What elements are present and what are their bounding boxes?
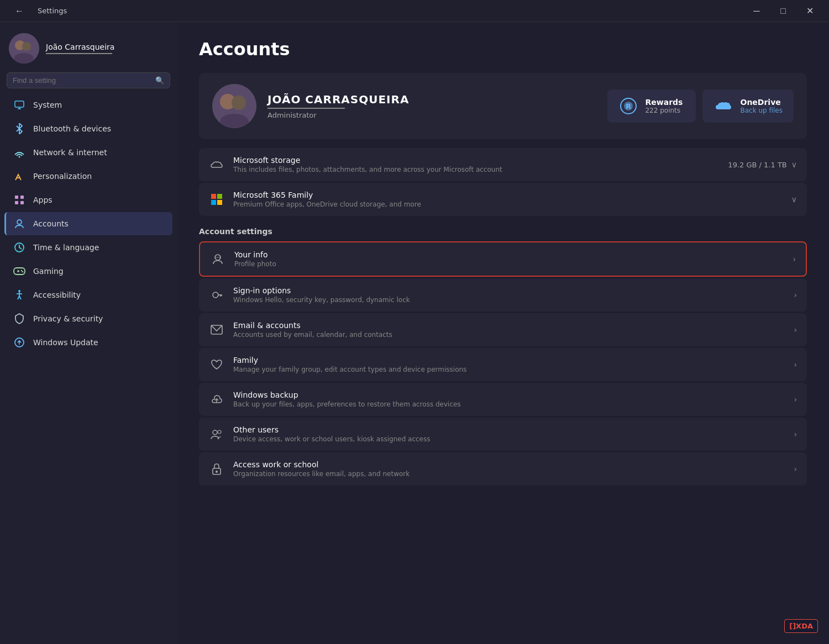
nav-items-container: System Bluetooth & devices Network & int… bbox=[0, 93, 177, 355]
chevron-family: › bbox=[794, 360, 797, 369]
setting-item-workschool[interactable]: Access work or school Organization resou… bbox=[199, 452, 807, 485]
close-button[interactable]: ✕ bbox=[797, 2, 822, 20]
sidebar-item-apps[interactable]: Apps bbox=[4, 188, 172, 212]
chevron-otherusers: › bbox=[794, 430, 797, 439]
svg-rect-34 bbox=[217, 194, 222, 199]
settings-items-container: Your info Profile photo › Sign-in option… bbox=[199, 241, 807, 485]
svg-rect-36 bbox=[217, 200, 222, 205]
svg-point-19 bbox=[18, 290, 20, 292]
setting-item-signin[interactable]: Sign-in options Windows Hello, security … bbox=[199, 278, 807, 312]
chevron-signin: › bbox=[794, 291, 797, 299]
ms365-desc: Premium Office apps, OneDrive cloud stor… bbox=[233, 200, 783, 208]
chevron-your-info: › bbox=[793, 255, 796, 263]
storage-desc: This includes files, photos, attachments… bbox=[233, 166, 719, 173]
profile-name: João Carrasqueira bbox=[46, 43, 114, 51]
setting-text-backup: Windows backup Back up your files, apps,… bbox=[233, 390, 785, 408]
setting-item-email[interactable]: Email & accounts Accounts used by email,… bbox=[199, 313, 807, 346]
setting-text-email: Email & accounts Accounts used by email,… bbox=[233, 321, 785, 339]
setting-title-your-info: Your info bbox=[234, 250, 784, 259]
rewards-subtitle: 222 points bbox=[645, 107, 683, 114]
sidebar-item-label: Personalization bbox=[33, 172, 92, 181]
setting-item-family[interactable]: Family Manage your family group, edit ac… bbox=[199, 348, 807, 381]
sidebar-profile-info: João Carrasqueira bbox=[46, 43, 114, 54]
svg-text:R: R bbox=[626, 102, 631, 110]
svg-point-28 bbox=[232, 96, 246, 110]
page-title: Accounts bbox=[199, 39, 807, 60]
key-icon bbox=[209, 287, 224, 303]
onedrive-badge[interactable]: OneDrive Back up files bbox=[702, 89, 794, 123]
onedrive-title: OneDrive bbox=[740, 98, 783, 107]
setting-desc-signin: Windows Hello, security key, password, d… bbox=[233, 296, 785, 304]
setting-item-otherusers[interactable]: Other users Device access, work or schoo… bbox=[199, 418, 807, 451]
sidebar: João Carrasqueira 🔍 System Bluetooth & d… bbox=[0, 22, 177, 644]
ms365-text: Microsoft 365 Family Premium Office apps… bbox=[233, 191, 783, 208]
titlebar-title: Settings bbox=[38, 7, 67, 15]
sidebar-item-system[interactable]: System bbox=[4, 93, 172, 117]
setting-title-otherusers: Other users bbox=[233, 425, 785, 434]
update-icon bbox=[13, 336, 25, 349]
sidebar-item-gaming[interactable]: Gaming bbox=[4, 260, 172, 283]
svg-rect-33 bbox=[211, 194, 216, 199]
sidebar-item-time[interactable]: Time & language bbox=[4, 236, 172, 259]
user-card-underline bbox=[267, 108, 345, 109]
sidebar-item-label: Time & language bbox=[33, 243, 99, 252]
sidebar-item-privacy[interactable]: Privacy & security bbox=[4, 307, 172, 330]
sidebar-item-update[interactable]: Windows Update bbox=[4, 331, 172, 354]
sidebar-item-accessibility[interactable]: Accessibility bbox=[4, 283, 172, 307]
svg-point-45 bbox=[213, 430, 217, 435]
svg-point-17 bbox=[21, 270, 22, 271]
sidebar-item-label: Accessibility bbox=[33, 291, 81, 299]
titlebar: ← Settings ─ □ ✕ bbox=[0, 0, 829, 22]
sidebar-item-label: System bbox=[33, 101, 62, 109]
sidebar-item-network[interactable]: Network & internet bbox=[4, 141, 172, 164]
rewards-icon: R bbox=[618, 96, 638, 116]
time-icon bbox=[13, 241, 25, 254]
search-input[interactable] bbox=[13, 76, 151, 85]
maximize-button[interactable]: □ bbox=[770, 2, 796, 20]
rewards-badge[interactable]: R Rewards 222 points bbox=[607, 89, 696, 123]
gaming-icon bbox=[13, 265, 25, 277]
svg-point-48 bbox=[216, 471, 218, 473]
chevron-email: › bbox=[794, 325, 797, 334]
setting-title-workschool: Access work or school bbox=[233, 460, 785, 469]
onedrive-icon bbox=[713, 96, 733, 116]
network-icon bbox=[13, 146, 25, 159]
setting-desc-backup: Back up your files, apps, preferences to… bbox=[233, 400, 785, 408]
minimize-button[interactable]: ─ bbox=[744, 2, 769, 20]
chevron-backup: › bbox=[794, 395, 797, 404]
accessibility-icon bbox=[13, 289, 25, 301]
person-icon bbox=[210, 251, 225, 267]
svg-point-46 bbox=[218, 430, 221, 434]
sidebar-item-bluetooth[interactable]: Bluetooth & devices bbox=[4, 117, 172, 140]
chevron-workschool: › bbox=[794, 464, 797, 473]
svg-rect-11 bbox=[20, 201, 24, 204]
setting-item-backup[interactable]: Windows backup Back up your files, apps,… bbox=[199, 383, 807, 416]
people-icon bbox=[209, 426, 224, 442]
setting-text-workschool: Access work or school Organization resou… bbox=[233, 460, 785, 478]
user-card-badges: R Rewards 222 points OneDr bbox=[607, 89, 794, 123]
setting-desc-otherusers: Device access, work or school users, kio… bbox=[233, 435, 785, 443]
setting-title-email: Email & accounts bbox=[233, 321, 785, 330]
svg-rect-4 bbox=[15, 101, 24, 107]
search-box[interactable]: 🔍 bbox=[7, 72, 170, 88]
svg-rect-35 bbox=[211, 200, 216, 205]
sidebar-item-personalization[interactable]: Personalization bbox=[4, 165, 172, 188]
user-card-role: Administrator bbox=[267, 111, 596, 119]
setting-item-your-info[interactable]: Your info Profile photo › bbox=[199, 241, 807, 277]
setting-text-your-info: Your info Profile photo bbox=[234, 250, 784, 268]
setting-title-family: Family bbox=[233, 356, 785, 365]
storage-value-container: 19.2 GB / 1.1 TB ∨ bbox=[728, 160, 797, 169]
svg-rect-8 bbox=[15, 196, 18, 199]
svg-rect-10 bbox=[15, 201, 18, 204]
setting-text-family: Family Manage your family group, edit ac… bbox=[233, 356, 785, 373]
onedrive-subtitle: Back up files bbox=[740, 107, 783, 114]
user-card-avatar bbox=[212, 84, 256, 128]
back-button[interactable]: ← bbox=[7, 2, 32, 20]
sidebar-item-accounts[interactable]: Accounts bbox=[4, 212, 172, 235]
ms365-chevron: ∨ bbox=[791, 195, 797, 204]
storage-row[interactable]: Microsoft storage This includes files, p… bbox=[199, 148, 807, 181]
ms365-row[interactable]: Microsoft 365 Family Premium Office apps… bbox=[199, 183, 807, 216]
personalization-icon bbox=[13, 170, 25, 182]
svg-point-12 bbox=[17, 220, 22, 224]
cloud-icon bbox=[209, 157, 224, 172]
